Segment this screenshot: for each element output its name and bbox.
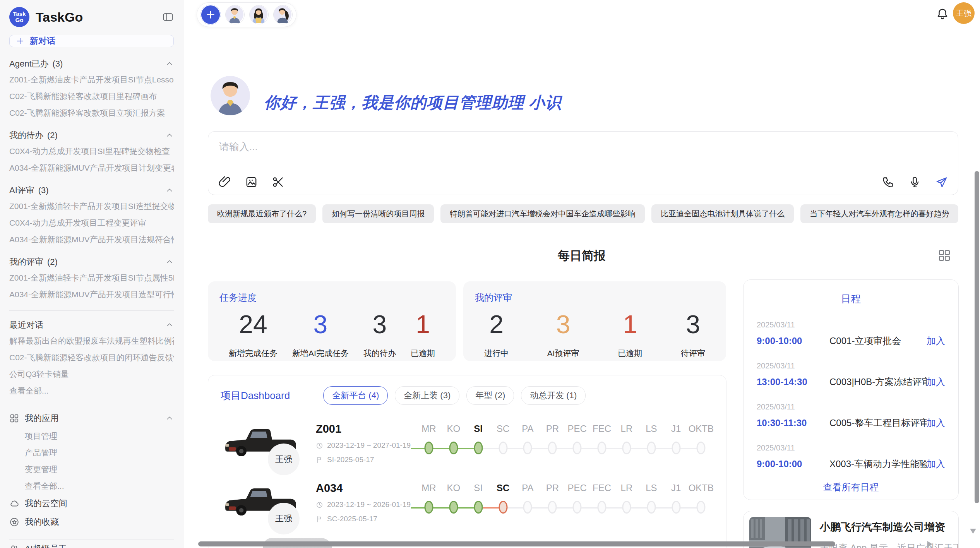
milestone-node — [499, 442, 507, 454]
chevron-up-icon[interactable] — [165, 131, 174, 140]
section-count: (2) — [47, 130, 58, 140]
scroll-down-arrow[interactable] — [970, 529, 976, 534]
milestone-si: SI — [466, 423, 491, 457]
suggestion-chip[interactable]: 当下年轻人对汽车外观有怎样的喜好趋势 — [800, 204, 958, 223]
dashboard-filter-pill[interactable]: 全新平台 (4) — [323, 386, 388, 405]
sidebar-shortcut[interactable]: 我的收藏 — [9, 513, 174, 531]
teammate-avatar[interactable] — [225, 5, 245, 24]
app-logo-line2: Go — [15, 17, 24, 23]
event-join-link[interactable]: 加入 — [927, 458, 945, 470]
user-avatar[interactable]: 王强 — [953, 2, 975, 24]
recent-conversation-item[interactable]: 查看全部... — [9, 382, 174, 399]
milestone-node — [449, 442, 458, 454]
sidebar-task-item[interactable]: C0X4-动力总成开发项目工程变更评审 — [9, 214, 174, 231]
plus-icon — [16, 37, 24, 45]
event-time: 9:00-10:00 — [757, 459, 829, 469]
sidebar-task-item[interactable]: Z001-全新燃油皮卡产品开发项目SI节点Lesson Learn报告 — [9, 71, 174, 88]
sidebar-tool[interactable]: AI超级员工 — [9, 539, 174, 548]
event-join-link[interactable]: 加入 — [927, 376, 945, 388]
dashboard-filter-pill[interactable]: 年型 (2) — [466, 386, 514, 405]
dashboard-filter-pill[interactable]: 动总开发 (1) — [521, 386, 586, 405]
notification-bell-icon[interactable] — [936, 7, 949, 21]
project-flag: SC-2025-05-17 — [316, 515, 416, 523]
add-agent-button[interactable] — [200, 5, 221, 25]
chevron-up-icon[interactable] — [165, 60, 174, 68]
vertical-scrollbar-thumb[interactable] — [975, 171, 979, 503]
view-all-schedule-link[interactable]: 查看所有日程 — [755, 481, 947, 493]
milestone-label: PA — [522, 483, 533, 495]
sidebar-shortcut[interactable]: 我的云空间 — [9, 494, 174, 513]
avatar-illustration — [211, 76, 250, 115]
sidebar-task-item[interactable]: Z001-全新燃油轻卡产品开发项目SI造型提交物评审 — [9, 198, 174, 214]
suggestion-chip[interactable]: 如何写一份清晰的项目周报 — [322, 204, 434, 223]
milestone-mr: MR — [416, 483, 441, 517]
avatar-illustration — [250, 5, 267, 23]
stat-value: 1 — [416, 312, 430, 337]
sidebar-recent-header[interactable]: 最近对话 — [9, 319, 174, 331]
event-join-link[interactable]: 加入 — [927, 417, 945, 429]
chat-input[interactable] — [218, 139, 949, 165]
event-join-link[interactable]: 加入 — [927, 335, 945, 347]
sidebar-task-item[interactable]: Z001-全新燃油轻卡产品开发项目SI节点属性5D文件评审 — [9, 269, 174, 286]
milestone-oktb: OKTB — [689, 423, 714, 457]
sidebar-section-header[interactable]: AI评审 (3) — [9, 185, 174, 196]
event-date: 2025/03/11 — [757, 361, 945, 370]
dashboard-filter-pill[interactable]: 全新上装 (3) — [395, 386, 459, 405]
sidebar: Task Go TaskGo 新对话 Agent已办 (3) Z001-全新燃油… — [0, 0, 183, 548]
send-icon[interactable] — [935, 176, 948, 188]
stat-item: 2 进行中 — [484, 312, 509, 359]
chevron-up-icon[interactable] — [165, 258, 174, 266]
suggestion-chip[interactable]: 欧洲新规最近颁布了什么? — [208, 204, 316, 223]
sidebar-task-item[interactable]: A034-全新新能源MUV产品开发项目计划变更表编写 — [9, 159, 174, 176]
recent-conversation-item[interactable]: C02-飞腾新能源轻客改款项目的闭环通告反馈情况 — [9, 349, 174, 366]
sidebar-item-my-apps[interactable]: 我的应用 — [9, 409, 174, 428]
image-icon[interactable] — [245, 176, 258, 188]
my-apps-subitem[interactable]: 变更管理 — [9, 461, 174, 478]
sidebar-section-header[interactable]: 我的评审 (2) — [9, 256, 174, 268]
my-apps-subitem[interactable]: 产品管理 — [9, 444, 174, 461]
milestone-sc: SC — [491, 483, 516, 517]
suggestion-chips: 欧洲新规最近颁布了什么?如何写一份清晰的项目周报特朗普可能对进口汽车增税会对中国… — [208, 204, 958, 223]
project-owner-badge: 王强 — [268, 444, 300, 475]
phone-icon[interactable] — [882, 176, 894, 188]
horizontal-scrollbar-thumb[interactable] — [198, 541, 835, 546]
milestone-pec: PEC — [565, 423, 589, 457]
milestone-label: J1 — [671, 483, 681, 495]
teammate-avatar[interactable] — [249, 5, 269, 24]
sidebar-task-item[interactable]: A034-全新新能源MUV产品开发项目造型可行性评审 — [9, 286, 174, 303]
new-chat-button[interactable]: 新对话 — [9, 35, 174, 47]
sidebar-task-item[interactable]: A034-全新新能源MUV产品开发项目法规符合性评审 — [9, 231, 174, 248]
clock-icon — [316, 442, 323, 449]
milestone-label: PEC — [568, 423, 587, 436]
scissors-icon[interactable] — [272, 176, 284, 188]
project-row[interactable]: 王强 A034 2023-12-19 ~ 2026-01-19 SC-2025-… — [221, 481, 714, 523]
sidebar-section-header[interactable]: 我的待办 (2) — [9, 130, 174, 141]
sidebar-task-item[interactable]: C02-飞腾新能源轻客改款项目立项汇报方案 — [9, 104, 174, 121]
attachment-icon[interactable] — [218, 176, 231, 188]
sidebar-collapse-icon[interactable] — [162, 11, 174, 23]
chevron-up-icon[interactable] — [165, 321, 174, 329]
scroll-right-arrow[interactable] — [927, 541, 932, 547]
my-apps-subitem[interactable]: 查看全部... — [9, 478, 174, 494]
my-apps-subitem[interactable]: 项目管理 — [9, 428, 174, 444]
sidebar-task-item[interactable]: C0X4-动力总成开发项目SI里程碑提交物检查 — [9, 143, 174, 159]
layout-grid-icon[interactable] — [937, 248, 951, 262]
sidebar-section-header[interactable]: Agent已办 (3) — [9, 58, 174, 70]
sidebar-task-item[interactable]: C02-飞腾新能源轻客改款项目里程碑画布 — [9, 88, 174, 104]
suggestion-chip[interactable]: 特朗普可能对进口汽车增税会对中国车企造成哪些影响 — [440, 204, 645, 223]
teammate-avatar[interactable] — [273, 5, 293, 24]
event-name: C005-整车工程目标评审 — [829, 417, 927, 429]
project-media: 王强 — [221, 481, 304, 521]
chevron-up-icon[interactable] — [165, 414, 174, 423]
recent-conversation-item[interactable]: 公司Q3轻卡销量 — [9, 366, 174, 382]
project-row[interactable]: 王强 Z001 2023-12-19 ~ 2027-01-19 SI-2025-… — [221, 422, 714, 464]
owner-name: 王强 — [275, 513, 292, 524]
milestone-pr: PR — [540, 483, 565, 517]
chevron-up-icon[interactable] — [165, 186, 174, 195]
milestone-node — [449, 501, 458, 514]
schedule-card: 日程 2025/03/11 9:00-10:00 C001-立项审批会 加入 2… — [743, 279, 959, 500]
flag-icon — [316, 515, 323, 523]
microphone-icon[interactable] — [908, 176, 921, 188]
suggestion-chip[interactable]: 比亚迪全固态电池计划具体说了什么 — [651, 204, 794, 223]
recent-conversation-item[interactable]: 解释最新出台的欧盟报废车法规再生塑料比例被调至15%... — [9, 332, 174, 349]
